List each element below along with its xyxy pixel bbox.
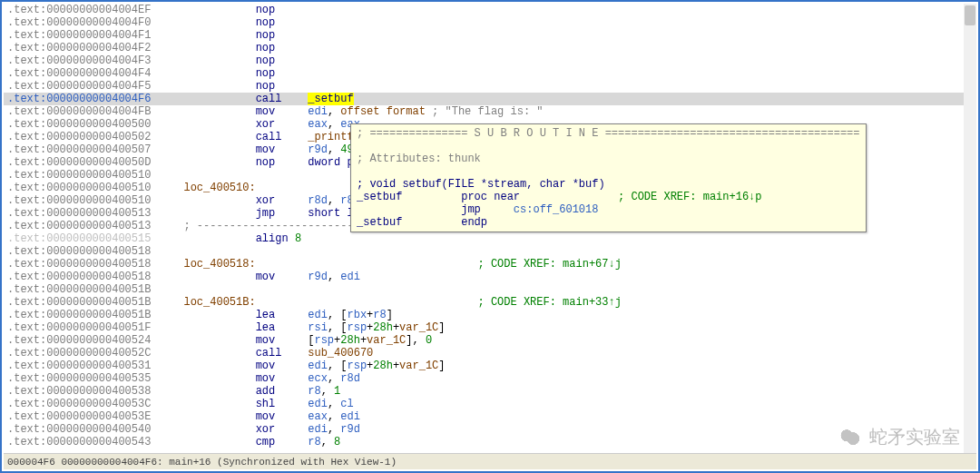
disasm-line[interactable]: .text:000000000040053E mov eax, edi: [4, 410, 976, 423]
disasm-line[interactable]: .text:00000000004004F0 nop: [4, 16, 976, 29]
disasm-line[interactable]: .text:0000000000400515 align 8: [4, 232, 976, 245]
disasm-line[interactable]: .text:00000000004004EF nop: [4, 4, 976, 16]
disasm-line[interactable]: .text:0000000000400518 mov r9d, edi: [4, 271, 976, 283]
disasm-line[interactable]: .text:0000000000400535 mov ecx, r8d: [4, 372, 976, 385]
watermark-text: 蛇矛实验室: [869, 425, 960, 449]
disasm-line[interactable]: .text:000000000040052C call sub_400670: [4, 347, 976, 360]
disasm-line[interactable]: .text:0000000000400531 mov edi, [rsp+28h…: [4, 360, 976, 372]
disasm-line[interactable]: .text:00000000004004F5 nop: [4, 80, 976, 93]
vertical-scrollbar[interactable]: [964, 4, 976, 453]
disasm-line[interactable]: .text:000000000040053C shl edi, cl: [4, 398, 976, 410]
status-bar: 000004F6 00000000004004F6: main+16 (Sync…: [4, 453, 976, 469]
wechat-icon: [838, 428, 862, 448]
disasm-line[interactable]: .text:00000000004004FB mov edi, offset f…: [4, 105, 976, 118]
disasm-line[interactable]: .text:0000000000400518 loc_400518: ; COD…: [4, 258, 976, 271]
disasm-line[interactable]: .text:000000000040051B lea edi, [rbx+r8]: [4, 309, 976, 321]
disasm-line[interactable]: .text:00000000004004F6 call _setbuf: [4, 93, 976, 105]
disasm-line[interactable]: .text:0000000000400524 mov [rsp+28h+var_…: [4, 334, 976, 347]
disasm-line[interactable]: .text:000000000040051F lea rsi, [rsp+28h…: [4, 321, 976, 334]
disasm-line[interactable]: .text:0000000000400538 add r8, 1: [4, 385, 976, 398]
disasm-line[interactable]: .text:0000000000400540 xor edi, r9d: [4, 423, 976, 436]
code-tooltip: ; =============== S U B R O U T I N E ==…: [350, 123, 867, 232]
disasm-line[interactable]: .text:0000000000400543 cmp r8, 8: [4, 436, 976, 448]
watermark: 蛇矛实验室: [838, 425, 960, 449]
disasm-line[interactable]: .text:00000000004004F3 nop: [4, 54, 976, 67]
disasm-line[interactable]: .text:00000000004004F4 nop: [4, 67, 976, 80]
ida-view-frame: .text:00000000004004EF nop.text:00000000…: [0, 0, 980, 473]
disasm-line[interactable]: .text:000000000040051B loc_40051B: ; COD…: [4, 296, 976, 309]
scroll-thumb[interactable]: [965, 5, 975, 25]
disasm-line[interactable]: .text:0000000000400518: [4, 245, 976, 258]
disasm-line[interactable]: .text:00000000004004F2 nop: [4, 42, 976, 54]
disasm-line[interactable]: .text:00000000004004F1 nop: [4, 29, 976, 42]
disasm-line[interactable]: .text:000000000040051B: [4, 283, 976, 296]
